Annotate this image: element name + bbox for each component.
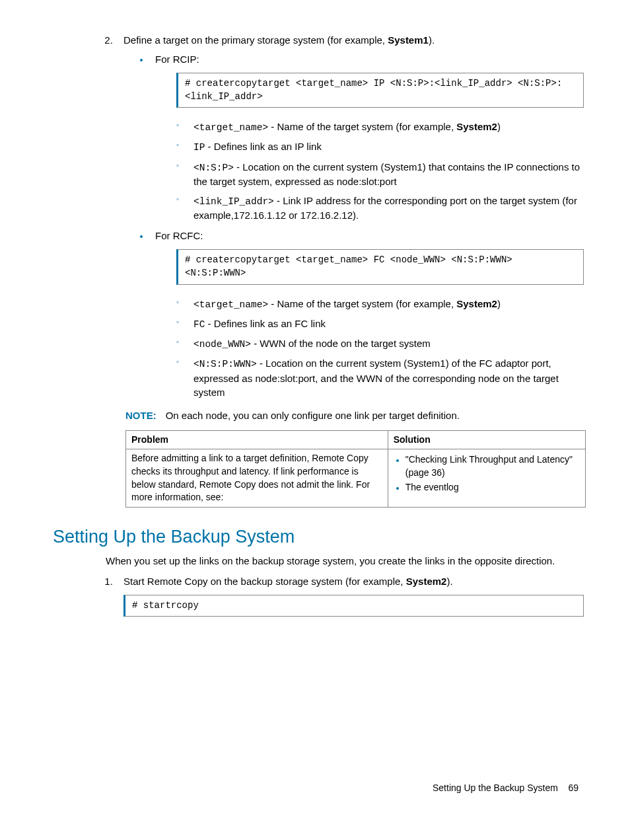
code-startrcopy: # startrcopy [123, 595, 584, 617]
rcip-sublist: <target_name> - Name of the target syste… [155, 120, 584, 222]
rcip-link-code: <link_IP_addr> [193, 196, 274, 207]
rcip-item-nsp: <N:S:P> - Location on the current system… [176, 160, 584, 188]
rcip-ip-desc: - Defines link as an IP link [205, 141, 321, 152]
rcfc-item-wwn: <node_WWN> - WWN of the node on the targ… [176, 336, 584, 351]
rcfc-item-fc: FC - Defines link as an FC link [176, 317, 584, 331]
rcfc-target-code: <target_name> [193, 299, 268, 310]
rcfc-wwn-code: <node_WWN> [193, 339, 251, 350]
rcip-nsp-desc: - Location on the current system (System… [193, 161, 580, 187]
step-2-text-b: ). [429, 34, 435, 46]
th-problem: Problem [126, 430, 388, 449]
rcip-target-desc-b: ) [497, 121, 501, 132]
backup-step1-b: ). [446, 576, 452, 587]
bullet-rcip: For RCIP: # creatercopytarget <target_na… [150, 52, 584, 222]
footer-title: Setting Up the Backup System [433, 783, 558, 793]
backup-step1-bold: System2 [406, 576, 447, 587]
rcfc-item-nsp: <N:S:P:WWN> - Location on the current sy… [176, 356, 584, 399]
rcip-target-desc-a: - Name of the target system (for example… [268, 121, 456, 132]
rcip-item-target: <target_name> - Name of the target syste… [176, 120, 584, 134]
problem-solution-table: Problem Solution Before admitting a link… [125, 430, 586, 508]
ordered-list-primary: Define a target on the primary storage s… [53, 33, 584, 399]
td-problem: Before admitting a link to a target defi… [126, 449, 388, 507]
solution-item-1: "Checking Link Throughput and Latency" (… [405, 453, 580, 479]
rcfc-target-desc-b: ) [497, 298, 501, 309]
page-footer: Setting Up the Backup System 69 [53, 782, 584, 795]
footer-page-number: 69 [568, 783, 578, 793]
rcip-label: For RCIP: [155, 54, 199, 65]
bullets-protocols: For RCIP: # creatercopytarget <target_na… [123, 52, 584, 399]
rcfc-target-desc-a: - Name of the target system (for example… [268, 298, 456, 309]
rcfc-wwn-desc: - WWN of the node on the target system [251, 338, 431, 349]
rcip-item-ip: IP - Defines link as an IP link [176, 139, 584, 154]
rcfc-fc-code: FC [193, 319, 205, 330]
rcfc-fc-desc: - Defines link as an FC link [205, 318, 326, 329]
rcip-target-bold: System2 [456, 121, 497, 132]
rcip-nsp-code: <N:S:P> [193, 163, 234, 173]
solution-item-2: The eventlog [405, 481, 580, 494]
step-2-bold: System1 [388, 34, 429, 46]
bullet-rcfc: For RCFC: # creatercopytarget <target_na… [150, 229, 584, 399]
section-heading-backup: Setting Up the Backup System [53, 525, 584, 550]
rcfc-nsp-code: <N:S:P:WWN> [193, 359, 257, 369]
rcip-target-code: <target_name> [193, 122, 268, 133]
section-body-para: When you set up the links on the backup … [106, 554, 584, 568]
note-label: NOTE: [125, 410, 157, 421]
backup-step-1: Start Remote Copy on the backup storage … [116, 574, 584, 617]
step-2-text-a: Define a target on the primary storage s… [123, 34, 388, 46]
code-rcfc: # creatercopytarget <target_name> FC <no… [176, 249, 584, 284]
ordered-list-backup: Start Remote Copy on the backup storage … [53, 574, 584, 617]
rcfc-target-bold: System2 [456, 298, 497, 309]
rcfc-sublist: <target_name> - Name of the target syste… [155, 297, 584, 399]
backup-step1-a: Start Remote Copy on the backup storage … [123, 576, 406, 587]
note-row: NOTE:On each node, you can only configur… [125, 408, 584, 422]
th-solution: Solution [388, 430, 585, 449]
note-text: On each node, you can only configure one… [166, 410, 460, 421]
step-2: Define a target on the primary storage s… [116, 33, 584, 399]
rcfc-label: For RCFC: [155, 230, 203, 241]
code-rcip: # creatercopytarget <target_name> IP <N:… [176, 73, 584, 108]
td-solution: "Checking Link Throughput and Latency" (… [388, 449, 585, 507]
rcip-ip-code: IP [193, 142, 205, 153]
rcfc-item-target: <target_name> - Name of the target syste… [176, 297, 584, 311]
rcip-item-link: <link_IP_addr> - Link IP address for the… [176, 194, 584, 222]
